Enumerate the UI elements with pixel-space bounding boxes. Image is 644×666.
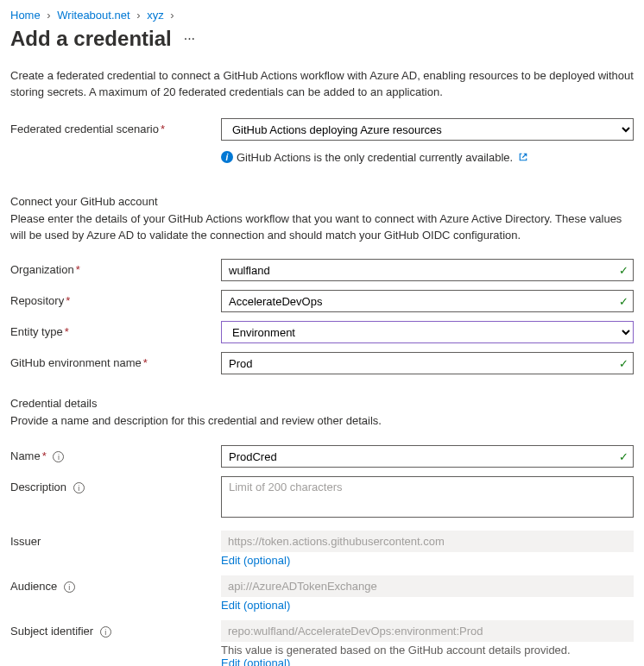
audience-value: api://AzureADTokenExchange [221,575,634,597]
page-title: Add a credential [10,27,172,51]
issuer-edit-link[interactable]: Edit (optional) [221,554,290,567]
info-icon[interactable]: i [53,451,64,462]
environment-name-label: GitHub environment name* [10,352,221,369]
connect-heading: Connect your GitHub account [10,195,634,208]
scenario-label: Federated credential scenario* [10,118,221,135]
external-link-icon[interactable] [518,152,528,162]
subject-helper: This value is generated based on the Git… [221,644,634,666]
info-icon[interactable]: i [100,626,111,638]
organization-input[interactable] [221,259,634,281]
info-icon[interactable]: i [64,581,75,593]
audience-edit-link[interactable]: Edit (optional) [221,599,290,612]
breadcrumb-xyz[interactable]: xyz [147,9,164,22]
scenario-select[interactable]: GitHub Actions deploying Azure resources [221,118,634,141]
repository-label: Repository* [10,290,221,307]
entity-type-select[interactable]: Environment [221,321,634,343]
name-label: Name* i [10,445,221,462]
more-actions-button[interactable]: ··· [184,31,195,47]
details-heading: Credential details [10,397,634,410]
breadcrumb-writeabout[interactable]: Writeabout.net [57,9,129,22]
subject-value: repo:wulfland/AccelerateDevOps:environme… [221,620,634,642]
chevron-right-icon: › [47,9,50,22]
subject-edit-link[interactable]: Edit (optional) [221,657,290,666]
name-input[interactable] [221,445,634,468]
chevron-right-icon: › [170,9,174,22]
details-desc: Provide a name and description for this … [10,413,634,430]
breadcrumb: Home › Writeabout.net › xyz › [10,9,634,22]
info-icon[interactable]: i [73,482,85,493]
repository-input[interactable] [221,290,634,312]
connect-desc: Please enter the details of your GitHub … [10,211,634,244]
chevron-right-icon: › [136,9,140,22]
entity-type-label: Entity type* [10,321,221,338]
intro-text: Create a federated credential to connect… [10,68,634,101]
description-label: Description i [10,476,221,493]
issuer-value: https://token.actions.githubusercontent.… [221,531,634,552]
audience-label: Audience i [10,575,221,593]
description-input[interactable] [221,476,634,518]
subject-label: Subject identifier i [10,620,221,638]
breadcrumb-home[interactable]: Home [10,9,41,22]
organization-label: Organization* [10,259,221,276]
info-icon: i [221,151,233,163]
environment-name-input[interactable] [221,352,634,374]
scenario-helper: GitHub Actions is the only credential cu… [237,151,513,164]
issuer-label: Issuer [10,531,221,548]
